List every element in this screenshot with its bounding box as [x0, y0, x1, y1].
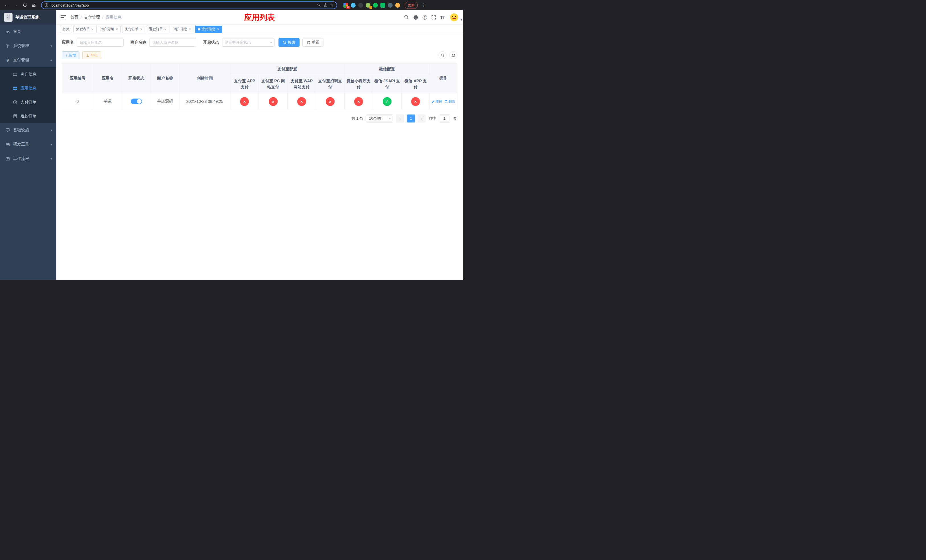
chevron-down-icon: ▾	[50, 44, 52, 48]
app-name-input[interactable]	[77, 38, 124, 47]
merchant-name-input[interactable]	[149, 38, 196, 47]
tab-home[interactable]: 首页	[60, 26, 72, 33]
dashboard-icon	[5, 29, 10, 34]
sidebar-item-payment[interactable]: ¥ 支付管理 ▾	[0, 53, 56, 67]
sidebar-item-pay-order[interactable]: 支付订单	[0, 95, 56, 109]
status-cross-icon: ×	[411, 97, 420, 106]
sidebar-item-workflow[interactable]: 工作流程 ▾	[0, 151, 56, 166]
status-cross-icon: ×	[354, 97, 363, 106]
hamburger-icon[interactable]	[61, 15, 66, 20]
reset-button[interactable]: 重置	[303, 38, 324, 47]
extension-dark-icon[interactable]	[358, 3, 363, 8]
page-title: 应用列表	[244, 12, 275, 23]
cell-wx-app: ×	[401, 93, 430, 110]
search-button[interactable]: 搜索	[278, 38, 300, 47]
tab-merchant-info[interactable]: 商户信息 ×	[171, 26, 194, 33]
cell-status	[122, 93, 151, 110]
url-text[interactable]: localhost:1024/pay/app	[51, 3, 315, 8]
fullscreen-icon[interactable]	[431, 15, 436, 20]
close-icon[interactable]: ×	[164, 27, 167, 31]
add-button[interactable]: + 新增	[62, 51, 79, 59]
col-alipay-wap: 支付宝 WAP 网站支付	[287, 75, 316, 93]
sidebar-item-refund-order[interactable]: 退款订单	[0, 109, 56, 123]
toggle-search-button[interactable]	[439, 51, 446, 59]
edit-icon	[432, 100, 435, 103]
col-app-name: 应用名	[93, 64, 122, 93]
bookmark-star-icon[interactable]: ☆	[330, 3, 334, 8]
extension-badge: 10	[346, 6, 350, 9]
forward-icon[interactable]: →	[12, 2, 20, 9]
search-icon[interactable]	[404, 15, 409, 20]
home-icon[interactable]	[30, 2, 38, 9]
delete-button[interactable]: 删除	[445, 99, 455, 104]
password-key-icon[interactable]	[317, 3, 321, 8]
refresh-icon	[452, 53, 455, 57]
close-icon[interactable]: ×	[140, 27, 143, 31]
cell-app-id: 6	[62, 93, 93, 110]
extension-apps-icon[interactable]: 10	[343, 3, 348, 8]
close-icon[interactable]: ×	[116, 27, 118, 31]
tab-app-info[interactable]: 应用信息 ×	[195, 26, 222, 33]
status-select[interactable]: 请选择开启状态 ▾	[222, 38, 274, 47]
col-alipay-pc: 支付宝 PC 网站支付	[259, 75, 287, 93]
export-button[interactable]: 导出	[82, 51, 101, 59]
help-icon[interactable]: ?	[422, 15, 427, 20]
group-wechat: 微信配置	[344, 64, 430, 75]
sidebar-item-app-info[interactable]: 应用信息	[0, 81, 56, 95]
edit-button[interactable]: 修改	[432, 99, 442, 104]
user-avatar[interactable]: ▾	[450, 13, 458, 22]
extension-chat-icon[interactable]	[380, 3, 385, 8]
close-icon[interactable]: ×	[189, 27, 191, 31]
chevron-down-icon: ▾	[50, 143, 52, 147]
browser-update-button[interactable]: 更新	[405, 2, 418, 9]
extension-pin-icon[interactable]	[388, 3, 393, 8]
plus-icon: +	[65, 53, 68, 57]
prev-page-button[interactable]: ‹	[396, 115, 404, 123]
sidebar-item-merchant-info[interactable]: 商户信息	[0, 67, 56, 81]
logo[interactable]: 芋道管理系统	[0, 10, 56, 24]
sidebar-item-home[interactable]: 首页	[0, 24, 56, 39]
breadcrumb-home[interactable]: 首页	[70, 15, 78, 20]
breadcrumb-payment[interactable]: 支付管理	[84, 15, 100, 20]
next-page-button[interactable]: ›	[418, 115, 426, 123]
browser-menu-icon[interactable]: ⋮	[421, 3, 427, 8]
filter-form: 应用名 商户名称 开启状态 请选择开启状态 ▾	[62, 38, 457, 47]
status-select-placeholder: 请选择开启状态	[225, 40, 251, 45]
sidebar-item-infrastructure[interactable]: 基础设施 ▾	[0, 123, 56, 137]
extension-orange-avatar-icon[interactable]	[395, 3, 400, 8]
info-icon[interactable]	[44, 3, 48, 7]
extension-green-icon[interactable]	[373, 3, 378, 8]
breadcrumb-separator: /	[80, 15, 82, 20]
refresh-table-button[interactable]	[449, 51, 457, 59]
payment-submenu: 商户信息 应用信息 支付订单	[0, 67, 56, 123]
sidebar-item-system[interactable]: 系统管理 ▾	[0, 39, 56, 53]
font-size-icon[interactable]: TT	[440, 15, 445, 20]
close-icon[interactable]: ×	[217, 27, 219, 31]
chevron-down-icon: ▾	[50, 157, 52, 160]
share-icon[interactable]	[324, 3, 328, 8]
back-icon[interactable]: ←	[3, 2, 10, 9]
cell-app-name: 芋道	[93, 93, 122, 110]
tab-pay-order[interactable]: 支付订单 ×	[122, 26, 145, 33]
search-icon	[441, 53, 445, 57]
tab-flow-form[interactable]: 流程表单 ×	[73, 26, 97, 33]
github-icon[interactable]	[413, 15, 418, 20]
workflow-icon	[5, 156, 10, 161]
page-size-select[interactable]: 10条/页 ▾	[366, 115, 393, 123]
extension-avatar-icon[interactable]: 1	[366, 3, 371, 8]
extension-drop-icon[interactable]	[351, 3, 356, 8]
tab-refund-order[interactable]: 退款订单 ×	[147, 26, 170, 33]
browser-toolbar: ← → localhost:1024/pay/app ☆ 10	[0, 0, 463, 10]
page-number-active[interactable]: 1	[407, 115, 415, 123]
reload-icon[interactable]	[21, 2, 29, 9]
table-row: 6 芋道 芋道源码 2021-10-23 08:49:25 × × ×	[62, 93, 457, 110]
close-icon[interactable]: ×	[91, 27, 94, 31]
tab-user-group[interactable]: 用户分组 ×	[98, 26, 121, 33]
status-toggle[interactable]	[131, 98, 142, 104]
sidebar-item-dev-tools[interactable]: 研发工具 ▾	[0, 137, 56, 151]
chevron-down-icon[interactable]: ▾	[460, 18, 462, 22]
address-bar[interactable]: localhost:1024/pay/app ☆	[41, 2, 337, 9]
col-created: 创建时间	[179, 64, 230, 93]
goto-page-input[interactable]	[439, 115, 450, 123]
sidebar-item-label: 支付管理	[13, 58, 29, 63]
